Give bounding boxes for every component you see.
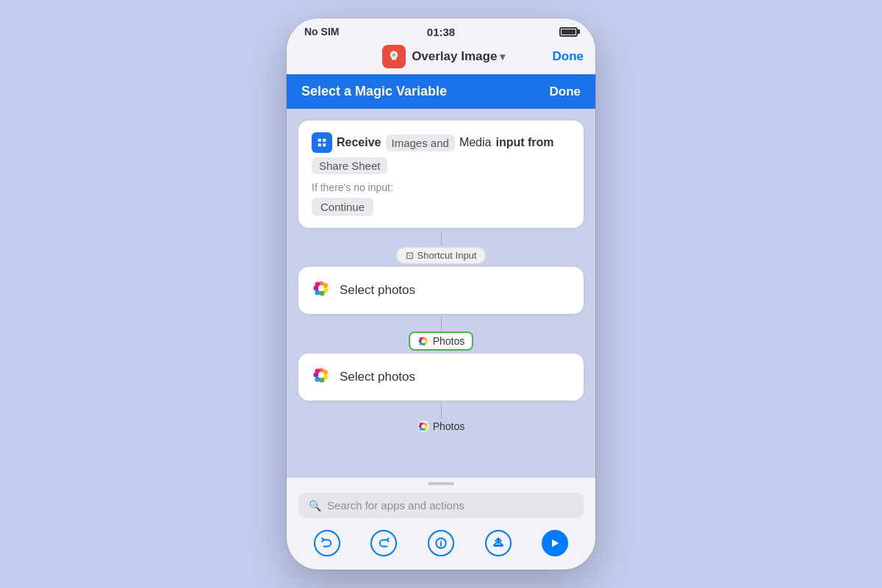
svg-point-22	[421, 340, 425, 343]
svg-point-28	[315, 377, 320, 382]
select-photos-label-2: Select photos	[340, 370, 415, 384]
svg-point-36	[422, 429, 425, 431]
time-label: 01:38	[427, 26, 455, 38]
content-area: Receive Images and Media input from Shar…	[287, 109, 595, 478]
search-bar[interactable]: 🔍 Search for apps and actions	[298, 492, 584, 518]
share-sheet-pill[interactable]: Share Sheet	[312, 157, 387, 174]
nav-chevron-icon: ▾	[500, 51, 505, 62]
photos-icon-1	[312, 279, 331, 302]
toolbar	[287, 523, 595, 570]
svg-point-40	[421, 425, 425, 429]
connector-1: ⊡ Shortcut Input	[298, 231, 584, 264]
photos-icon-2	[312, 365, 331, 389]
svg-rect-2	[323, 139, 326, 142]
if-no-input-label: If there's no input:	[312, 182, 570, 193]
svg-point-10	[315, 290, 320, 295]
magic-variable-title: Select a Magic Variable	[301, 83, 447, 100]
select-photos-card-2[interactable]: Select photos	[298, 354, 584, 401]
shortcut-input-icon: ⊡	[406, 250, 414, 261]
connector-2: Photos	[298, 317, 584, 351]
svg-point-31	[318, 372, 324, 378]
photos-variable-label-2: Photos	[433, 420, 465, 432]
images-pill[interactable]: Images and	[386, 135, 455, 151]
search-icon: 🔍	[309, 500, 321, 512]
svg-marker-44	[552, 539, 559, 548]
phone-frame: No SIM 01:38 Overlay Image ▾ Done Se	[287, 18, 595, 570]
redo-icon	[370, 530, 397, 556]
connector-line-2	[441, 317, 442, 331]
info-button[interactable]	[426, 528, 456, 558]
connector-3: Photos	[298, 404, 584, 434]
magic-variable-header: Select a Magic Variable Done	[287, 74, 595, 109]
share-icon	[485, 530, 512, 556]
receive-icon	[312, 132, 332, 153]
receive-card: Receive Images and Media input from Shar…	[298, 121, 584, 228]
nav-title-text: Overlay Image ▾	[412, 49, 505, 64]
shortcut-input-label: Shortcut Input	[417, 250, 477, 261]
carrier-label: No SIM	[304, 26, 339, 37]
select-photos-card-1[interactable]: Select photos	[298, 267, 584, 314]
play-button[interactable]	[540, 528, 570, 558]
svg-point-43	[441, 541, 442, 542]
bottom-area: 🔍 Search for apps and actions	[287, 478, 595, 570]
battery-fill	[562, 29, 576, 35]
app-icon	[382, 45, 406, 68]
status-bar: No SIM 01:38	[287, 18, 595, 42]
connector-line-3	[441, 404, 442, 418]
undo-button[interactable]	[312, 528, 342, 558]
svg-point-18	[422, 343, 425, 346]
svg-rect-3	[318, 144, 321, 147]
continue-pill[interactable]: Continue	[312, 198, 373, 216]
svg-point-19	[419, 343, 422, 345]
undo-icon	[314, 530, 340, 556]
nav-bar: Overlay Image ▾ Done	[287, 42, 595, 74]
play-icon	[542, 530, 568, 556]
nav-title: Overlay Image ▾	[382, 45, 505, 68]
search-bar-container: 🔍 Search for apps and actions	[287, 485, 595, 523]
status-indicators	[559, 27, 578, 37]
svg-point-13	[318, 285, 324, 291]
share-button[interactable]	[484, 528, 513, 558]
photos-variable-2[interactable]: Photos	[410, 418, 473, 434]
svg-point-9	[320, 291, 325, 296]
magic-variable-done-button[interactable]: Done	[550, 85, 581, 99]
receive-label: Receive	[337, 136, 381, 149]
battery-icon	[559, 27, 578, 37]
nav-done-button[interactable]: Done	[553, 49, 584, 64]
photos-variable-1[interactable]: Photos	[409, 331, 474, 351]
select-photos-label-1: Select photos	[340, 283, 415, 298]
svg-point-0	[392, 54, 396, 57]
shortcut-input-badge: ⊡ Shortcut Input	[396, 247, 487, 264]
info-icon	[428, 530, 454, 556]
input-from-text: input from	[495, 136, 553, 149]
photos-variable-label-1: Photos	[433, 335, 465, 347]
svg-rect-1	[318, 139, 321, 142]
svg-point-27	[320, 378, 325, 383]
svg-rect-4	[323, 144, 326, 147]
media-text: Media	[459, 136, 492, 149]
receive-row: Receive Images and Media input from Shar…	[312, 132, 570, 174]
redo-button[interactable]	[369, 528, 398, 558]
svg-point-37	[419, 428, 422, 431]
connector-line-1	[441, 231, 442, 245]
search-placeholder: Search for apps and actions	[327, 499, 465, 512]
